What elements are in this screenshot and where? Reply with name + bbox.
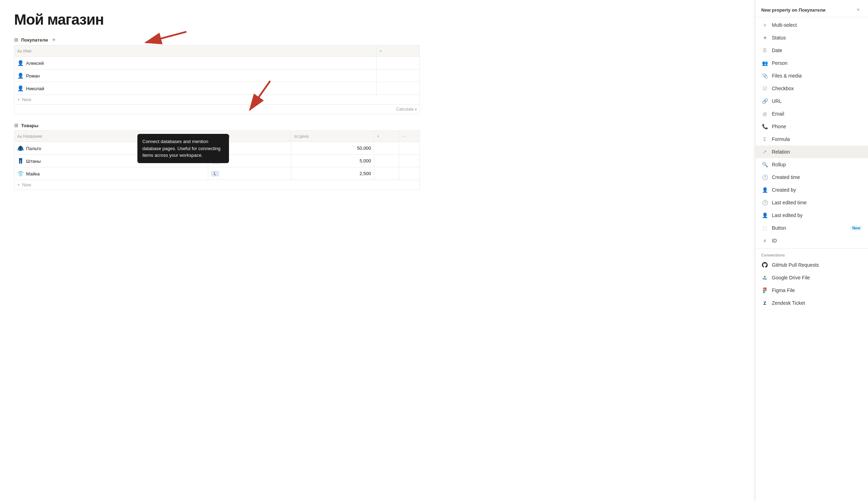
buyer-name-cell: 👤Николай bbox=[14, 82, 377, 95]
buyer-avatar-icon: 👤 bbox=[17, 60, 24, 66]
table-row[interactable]: 👤Роман bbox=[14, 69, 420, 82]
product-extra-cell2 bbox=[399, 155, 420, 167]
buyer-name-cell: 👤Алексей bbox=[14, 57, 377, 69]
buyer-extra-cell bbox=[376, 57, 420, 69]
table-row[interactable]: 👕Майка L 2,500 bbox=[14, 167, 420, 180]
add-new-label: New bbox=[22, 182, 31, 187]
products-price-header: ⊟ Цена bbox=[291, 131, 374, 142]
buyer-name-cell: 👤Роман bbox=[14, 69, 377, 82]
buyer-avatar-icon: 👤 bbox=[17, 85, 24, 91]
product-icon: 🧥 bbox=[17, 145, 24, 151]
buyers-name-header: Aa Имя bbox=[14, 45, 377, 57]
product-extra-cell2 bbox=[399, 167, 420, 180]
buyers-db-icon: ⊞ bbox=[14, 37, 18, 43]
product-icon: 👖 bbox=[17, 158, 24, 164]
calculate-chevron: ▾ bbox=[415, 107, 417, 111]
product-extra-cell bbox=[374, 167, 399, 180]
buyers-db-add-button[interactable]: + bbox=[51, 37, 57, 43]
product-size-cell: L bbox=[208, 167, 291, 180]
buyer-extra-cell bbox=[376, 82, 420, 95]
page-title: Мой магазин bbox=[14, 11, 420, 28]
tooltip-text: Connect databases and mention database p… bbox=[142, 139, 221, 158]
product-price-cell: 2,500 bbox=[291, 167, 374, 180]
buyers-db-label: Покупатели bbox=[21, 37, 48, 43]
calculate-row[interactable]: Calculate ▾ bbox=[14, 105, 420, 114]
products-db-label: Товары bbox=[21, 123, 38, 128]
products-add-column-button[interactable]: + bbox=[374, 131, 399, 142]
products-db-header: ⊞ Товары bbox=[14, 123, 420, 128]
product-price-cell: 50,000 bbox=[291, 142, 374, 155]
size-badge: L bbox=[211, 171, 219, 177]
products-more-button[interactable]: ··· bbox=[399, 131, 420, 142]
buyers-table: Aa Имя + 👤Алексей 👤Роман bbox=[14, 45, 420, 95]
add-new-label: New bbox=[22, 97, 31, 102]
buyers-add-new-row[interactable]: + New bbox=[14, 95, 420, 105]
product-name-cell: 👕Майка bbox=[14, 167, 208, 180]
products-db-icon: ⊞ bbox=[14, 123, 18, 128]
product-extra-cell2 bbox=[399, 142, 420, 155]
table-row[interactable]: 👤Николай bbox=[14, 82, 420, 95]
buyer-extra-cell bbox=[376, 69, 420, 82]
relation-tooltip: Connect databases and mention database p… bbox=[137, 134, 229, 163]
product-extra-cell bbox=[374, 155, 399, 167]
plus-icon: + bbox=[17, 97, 20, 102]
plus-icon: + bbox=[17, 182, 20, 187]
table-row[interactable]: 👤Алексей bbox=[14, 57, 420, 69]
buyer-avatar-icon: 👤 bbox=[17, 73, 24, 79]
product-price-cell: 5,000 bbox=[291, 155, 374, 167]
calculate-label: Calculate bbox=[396, 107, 414, 112]
product-extra-cell bbox=[374, 142, 399, 155]
product-icon: 👕 bbox=[17, 171, 24, 177]
buyers-database: ⊞ Покупатели + Aa Имя + 👤Алексей bbox=[14, 37, 420, 114]
buyers-add-column-button[interactable]: + bbox=[376, 45, 420, 57]
buyers-db-header: ⊞ Покупатели + bbox=[14, 37, 420, 43]
products-add-new-row[interactable]: + New bbox=[14, 180, 420, 190]
